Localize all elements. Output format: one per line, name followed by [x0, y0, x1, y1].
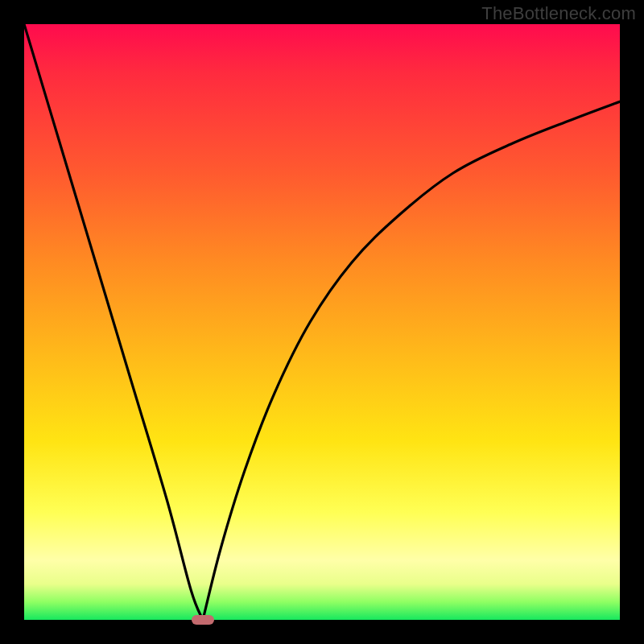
curve-svg: [24, 24, 620, 620]
curve-right: [203, 101, 620, 620]
optimum-marker: [192, 615, 214, 625]
plot-area: [24, 24, 620, 620]
curve-left: [24, 24, 203, 620]
watermark-text: TheBottleneck.com: [481, 3, 636, 24]
chart-frame: TheBottleneck.com: [0, 0, 644, 644]
